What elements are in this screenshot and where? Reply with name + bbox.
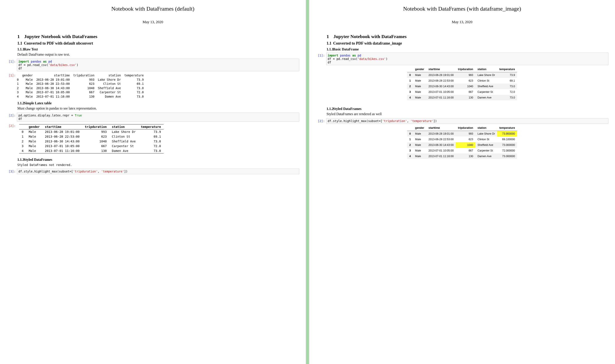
- code-block: df.style.highlight_max(subset=['tripdura…: [17, 169, 299, 174]
- section-h2-right: 1.1 Converted to PDF with dataframe_imag…: [327, 41, 609, 46]
- styled-table-highlighted: genderstarttimetripdurationstationtemper…: [407, 125, 517, 159]
- code-cell-1-left: [1]: import pandas as pd df = pd.read_cs…: [6, 59, 299, 71]
- paragraph: Must change option in pandas to see late…: [17, 106, 299, 110]
- in-prompt: [1]:: [316, 52, 326, 65]
- doc-date-left: May 13, 2020: [6, 20, 299, 24]
- out-prompt: [2]:: [6, 123, 17, 156]
- out-prompt: [1]:: [6, 73, 17, 100]
- doc-title-left: Notebook with DataFrames (default): [6, 6, 299, 12]
- output-cell-2-left: [2]: genderstarttimetripdurationstationt…: [6, 123, 299, 156]
- section-h3-basic-df: 1.1.1 Basic DataFrame: [327, 47, 609, 51]
- in-prompt: [2]:: [316, 118, 326, 124]
- section-h2-left: 1.1 Converted to PDF with default nbconv…: [17, 41, 299, 46]
- section-h3-styled: 1.1.3 Styled DataFrames: [17, 158, 299, 162]
- doc-title-right: Notebook with DataFrames (with dataframe…: [316, 6, 609, 12]
- code-block: df.style.highlight_max(subset=['tripdura…: [326, 118, 609, 124]
- code-block: import pandas as pd df = pd.read_csv('da…: [326, 52, 609, 65]
- paragraph: Styled DataFrames are rendered as well: [327, 112, 609, 116]
- section-h3-raw-text: 1.1.1 Raw Text: [17, 47, 299, 51]
- output-cell-1-left: [1]: gender starttime tripduration stati…: [6, 73, 299, 100]
- code-cell-3-left: [3]: df.style.highlight_max(subset=['tri…: [6, 169, 299, 174]
- section-h3-styled-df: 1.1.2 Styled DataFrames: [327, 107, 609, 111]
- left-document: Notebook with DataFrames (default) May 1…: [0, 0, 306, 364]
- in-prompt: [2]:: [6, 113, 17, 122]
- paragraph-mono: Styled DataFrames not rendered.: [17, 163, 299, 167]
- in-prompt: [1]:: [6, 59, 17, 71]
- code-cell-1-right: [1]: import pandas as pd df = pd.read_cs…: [316, 52, 609, 65]
- in-prompt: [3]:: [6, 169, 17, 174]
- styled-table-basic: genderstarttimetripdurationstationtemper…: [407, 66, 517, 100]
- code-cell-2-right: [2]: df.style.highlight_max(subset=['tri…: [316, 118, 609, 124]
- paragraph: Default DataFrame output is raw text.: [17, 52, 299, 56]
- vertical-divider: [306, 0, 309, 364]
- latex-table: genderstarttimetripdurationstationtemper…: [19, 124, 164, 154]
- code-block: import pandas as pd df = pd.read_csv('da…: [17, 59, 299, 71]
- code-block: pd.options.display.latex.repr = True df: [17, 113, 299, 122]
- code-cell-2-left: [2]: pd.options.display.latex.repr = Tru…: [6, 113, 299, 122]
- right-document: Notebook with DataFrames (with dataframe…: [309, 0, 615, 364]
- section-h1-left: 1 Jupyter Notebook with DataFrames: [17, 34, 299, 39]
- doc-date-right: May 13, 2020: [316, 20, 609, 24]
- section-h1-right: 1 Jupyter Notebook with DataFrames: [327, 34, 609, 39]
- raw-text-output: gender starttime tripduration station te…: [17, 73, 299, 99]
- section-h3-latex: 1.1.2 Simple Latex table: [17, 101, 299, 105]
